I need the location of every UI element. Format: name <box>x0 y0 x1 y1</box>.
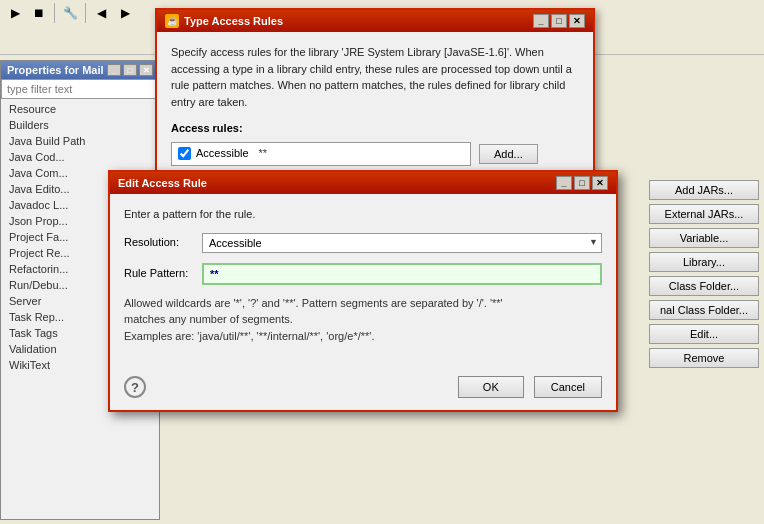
edit-access-restore-btn[interactable]: □ <box>574 176 590 190</box>
rule-pattern-input[interactable] <box>202 263 602 285</box>
hint-line-2: matches any number of segments. <box>124 313 293 325</box>
add-jars-button[interactable]: Add JARs... <box>649 180 759 200</box>
type-access-restore-btn[interactable]: □ <box>551 14 567 28</box>
help-icon[interactable]: ? <box>124 376 146 398</box>
toolbar-btn-back[interactable]: ◀ <box>90 2 112 24</box>
resolution-row: Resolution: Accessible Non Accessible Di… <box>124 233 602 253</box>
properties-close-btn[interactable]: ✕ <box>139 64 153 76</box>
rule-pattern-row: Rule Pattern: <box>124 263 602 285</box>
resolution-label: Resolution: <box>124 234 194 251</box>
edit-access-body: Enter a pattern for the rule. Resolution… <box>110 194 616 370</box>
accessible-checkbox[interactable] <box>178 147 191 160</box>
properties-title-text: Properties for Mail <box>7 64 104 76</box>
tree-item-java-cod[interactable]: Java Cod... <box>1 149 159 165</box>
access-rule-checkbox-container[interactable]: Accessible ** <box>171 142 471 166</box>
properties-maximize-btn[interactable]: □ <box>123 64 137 76</box>
external-jars-button[interactable]: External JARs... <box>649 204 759 224</box>
right-buttons-panel: Add JARs... External JARs... Variable...… <box>649 180 759 368</box>
nal-class-folder-button[interactable]: nal Class Folder... <box>649 300 759 320</box>
type-access-body: Specify access rules for the library 'JR… <box>157 32 593 186</box>
rule-pattern-label: Rule Pattern: <box>124 265 194 282</box>
edit-access-footer: ? OK Cancel <box>110 370 616 410</box>
type-access-controls: _ □ ✕ <box>533 14 585 28</box>
type-access-icon: ☕ <box>165 14 179 28</box>
hint-line-1: Allowed wildcards are '*', '?' and '**'.… <box>124 297 503 309</box>
tree-item-resource[interactable]: Resource <box>1 101 159 117</box>
edit-access-minimize-btn[interactable]: _ <box>556 176 572 190</box>
edit-access-title-text: Edit Access Rule <box>118 177 207 189</box>
resolution-select[interactable]: Accessible Non Accessible Discouraged <box>202 233 602 253</box>
access-rule-row: Accessible ** Add... <box>171 142 579 166</box>
type-access-title-bar: ☕ Type Access Rules _ □ ✕ <box>157 10 593 32</box>
toolbar-btn-forward[interactable]: ▶ <box>114 2 136 24</box>
edit-access-title-bar: Edit Access Rule _ □ ✕ <box>110 172 616 194</box>
type-access-title-left: ☕ Type Access Rules <box>165 14 283 28</box>
properties-title-left: Properties for Mail <box>7 64 104 76</box>
edit-access-title-left: Edit Access Rule <box>118 177 207 189</box>
properties-title-bar: Properties for Mail _ □ ✕ <box>1 61 159 79</box>
filter-input[interactable] <box>1 79 159 99</box>
footer-buttons: OK Cancel <box>458 376 602 398</box>
properties-minimize-btn[interactable]: _ <box>107 64 121 76</box>
tree-item-builders[interactable]: Builders <box>1 117 159 133</box>
access-rules-label: Access rules: <box>171 120 579 137</box>
toolbar-separator-2 <box>85 3 86 23</box>
add-rule-button[interactable]: Add... <box>479 144 538 164</box>
edit-access-ok-button[interactable]: OK <box>458 376 524 398</box>
remove-button[interactable]: Remove <box>649 348 759 368</box>
library-button[interactable]: Library... <box>649 252 759 272</box>
variable-button[interactable]: Variable... <box>649 228 759 248</box>
edit-access-prompt: Enter a pattern for the rule. <box>124 206 602 223</box>
accessible-label: Accessible <box>196 145 249 162</box>
toolbar-btn-stop[interactable]: ⏹ <box>28 2 50 24</box>
properties-win-controls: _ □ ✕ <box>107 64 153 76</box>
type-access-title-text: Type Access Rules <box>184 15 283 27</box>
toolbar-btn-run[interactable]: ▶ <box>4 2 26 24</box>
hint-text: Allowed wildcards are '*', '?' and '**'.… <box>124 295 602 345</box>
edit-access-cancel-button[interactable]: Cancel <box>534 376 602 398</box>
edit-access-dialog: Edit Access Rule _ □ ✕ Enter a pattern f… <box>108 170 618 412</box>
class-folder-button[interactable]: Class Folder... <box>649 276 759 296</box>
resolution-select-wrapper: Accessible Non Accessible Discouraged ▼ <box>202 233 602 253</box>
accessible-value: ** <box>259 145 268 162</box>
toolbar-separator <box>54 3 55 23</box>
type-access-close-btn[interactable]: ✕ <box>569 14 585 28</box>
edit-button[interactable]: Edit... <box>649 324 759 344</box>
tree-item-java-build[interactable]: Java Build Path <box>1 133 159 149</box>
edit-access-controls: _ □ ✕ <box>556 176 608 190</box>
toolbar-btn-gear[interactable]: 🔧 <box>59 2 81 24</box>
type-access-minimize-btn[interactable]: _ <box>533 14 549 28</box>
type-access-description: Specify access rules for the library 'JR… <box>171 44 579 110</box>
hint-line-3: Examples are: 'java/util/**', '**/intern… <box>124 330 374 342</box>
edit-access-close-btn[interactable]: ✕ <box>592 176 608 190</box>
